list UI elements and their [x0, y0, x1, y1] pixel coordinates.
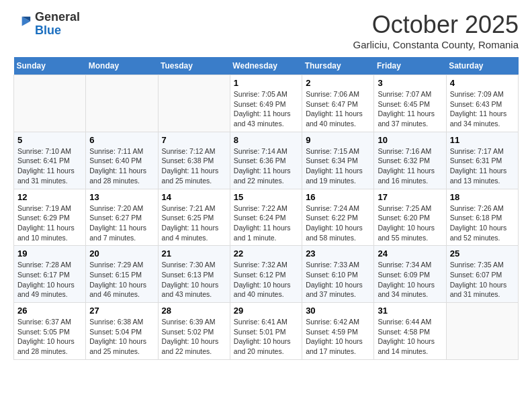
day-number: 5	[17, 135, 82, 145]
logo-text: General Blue	[35, 11, 80, 38]
day-number: 24	[378, 248, 442, 259]
calendar-cell: 19Sunrise: 7:28 AM Sunset: 6:17 PM Dayli…	[14, 246, 86, 303]
day-info: Sunrise: 7:14 AM Sunset: 6:36 PM Dayligh…	[234, 146, 298, 186]
day-number: 31	[378, 306, 442, 316]
day-number: 1	[234, 78, 298, 88]
calendar-cell: 28Sunrise: 6:39 AM Sunset: 5:02 PM Dayli…	[158, 303, 230, 360]
day-info: Sunrise: 6:44 AM Sunset: 4:58 PM Dayligh…	[378, 317, 442, 357]
calendar-week-2: 5Sunrise: 7:10 AM Sunset: 6:41 PM Daylig…	[14, 132, 519, 189]
day-info: Sunrise: 7:10 AM Sunset: 6:41 PM Dayligh…	[17, 146, 82, 186]
day-info: Sunrise: 7:22 AM Sunset: 6:24 PM Dayligh…	[234, 203, 298, 243]
calendar-cell: 18Sunrise: 7:26 AM Sunset: 6:18 PM Dayli…	[446, 189, 518, 246]
calendar-cell: 17Sunrise: 7:25 AM Sunset: 6:20 PM Dayli…	[374, 189, 446, 246]
calendar-cell: 12Sunrise: 7:19 AM Sunset: 6:29 PM Dayli…	[14, 189, 86, 246]
calendar-cell: 8Sunrise: 7:14 AM Sunset: 6:36 PM Daylig…	[230, 132, 302, 189]
day-info: Sunrise: 7:11 AM Sunset: 6:40 PM Dayligh…	[89, 146, 154, 186]
page-header: General Blue October 2025 Garliciu, Cons…	[13, 11, 519, 50]
calendar-cell: 14Sunrise: 7:21 AM Sunset: 6:25 PM Dayli…	[158, 189, 230, 246]
day-number: 29	[234, 306, 298, 316]
day-number: 7	[162, 135, 226, 145]
day-number: 4	[450, 78, 515, 88]
day-number: 30	[306, 306, 370, 316]
weekday-header-monday: Monday	[86, 57, 158, 75]
calendar-week-3: 12Sunrise: 7:19 AM Sunset: 6:29 PM Dayli…	[14, 189, 519, 246]
calendar-cell: 4Sunrise: 7:09 AM Sunset: 6:43 PM Daylig…	[446, 75, 518, 132]
day-info: Sunrise: 7:24 AM Sunset: 6:22 PM Dayligh…	[306, 203, 370, 243]
calendar-cell	[158, 75, 230, 132]
day-number: 2	[306, 78, 370, 88]
calendar-cell: 20Sunrise: 7:29 AM Sunset: 6:15 PM Dayli…	[86, 246, 158, 303]
day-info: Sunrise: 7:29 AM Sunset: 6:15 PM Dayligh…	[89, 260, 154, 300]
calendar-cell: 16Sunrise: 7:24 AM Sunset: 6:22 PM Dayli…	[302, 189, 374, 246]
day-number: 11	[450, 135, 515, 145]
calendar-cell: 29Sunrise: 6:41 AM Sunset: 5:01 PM Dayli…	[230, 303, 302, 360]
day-info: Sunrise: 7:33 AM Sunset: 6:10 PM Dayligh…	[306, 260, 370, 300]
calendar-cell: 11Sunrise: 7:17 AM Sunset: 6:31 PM Dayli…	[446, 132, 518, 189]
weekday-header-friday: Friday	[374, 57, 446, 75]
calendar-cell: 22Sunrise: 7:32 AM Sunset: 6:12 PM Dayli…	[230, 246, 302, 303]
day-info: Sunrise: 7:21 AM Sunset: 6:25 PM Dayligh…	[162, 203, 226, 243]
calendar-cell: 15Sunrise: 7:22 AM Sunset: 6:24 PM Dayli…	[230, 189, 302, 246]
month-title: October 2025	[353, 11, 519, 39]
logo-blue-text: Blue	[35, 24, 80, 38]
day-number: 16	[306, 192, 370, 202]
day-number: 14	[162, 192, 226, 202]
weekday-header-thursday: Thursday	[302, 57, 374, 75]
day-info: Sunrise: 6:38 AM Sunset: 5:04 PM Dayligh…	[89, 317, 154, 357]
day-number: 18	[450, 192, 515, 202]
location-title: Garliciu, Constanta County, Romania	[353, 39, 519, 50]
day-info: Sunrise: 7:34 AM Sunset: 6:09 PM Dayligh…	[378, 260, 442, 300]
day-number: 26	[17, 306, 82, 316]
calendar-cell: 9Sunrise: 7:15 AM Sunset: 6:34 PM Daylig…	[302, 132, 374, 189]
day-number: 20	[89, 248, 154, 259]
day-info: Sunrise: 7:30 AM Sunset: 6:13 PM Dayligh…	[162, 260, 226, 300]
day-info: Sunrise: 6:37 AM Sunset: 5:05 PM Dayligh…	[17, 317, 82, 357]
calendar-cell	[86, 75, 158, 132]
calendar-week-1: 1Sunrise: 7:05 AM Sunset: 6:49 PM Daylig…	[14, 75, 519, 132]
day-info: Sunrise: 6:42 AM Sunset: 4:59 PM Dayligh…	[306, 317, 370, 357]
day-number: 17	[378, 192, 442, 202]
day-number: 13	[89, 192, 154, 202]
day-info: Sunrise: 6:39 AM Sunset: 5:02 PM Dayligh…	[162, 317, 226, 357]
day-info: Sunrise: 7:25 AM Sunset: 6:20 PM Dayligh…	[378, 203, 442, 243]
day-number: 3	[378, 78, 442, 88]
day-number: 27	[89, 306, 154, 316]
calendar-cell: 5Sunrise: 7:10 AM Sunset: 6:41 PM Daylig…	[14, 132, 86, 189]
calendar-cell: 30Sunrise: 6:42 AM Sunset: 4:59 PM Dayli…	[302, 303, 374, 360]
day-number: 10	[378, 135, 442, 145]
calendar-cell: 26Sunrise: 6:37 AM Sunset: 5:05 PM Dayli…	[14, 303, 86, 360]
logo-general-text: General	[35, 11, 80, 24]
calendar-cell: 6Sunrise: 7:11 AM Sunset: 6:40 PM Daylig…	[86, 132, 158, 189]
weekday-header-tuesday: Tuesday	[158, 57, 230, 75]
calendar-cell: 27Sunrise: 6:38 AM Sunset: 5:04 PM Dayli…	[86, 303, 158, 360]
calendar-cell: 2Sunrise: 7:06 AM Sunset: 6:47 PM Daylig…	[302, 75, 374, 132]
day-info: Sunrise: 6:41 AM Sunset: 5:01 PM Dayligh…	[234, 317, 298, 357]
day-info: Sunrise: 7:19 AM Sunset: 6:29 PM Dayligh…	[17, 203, 82, 243]
logo: General Blue	[13, 11, 80, 38]
calendar-week-5: 26Sunrise: 6:37 AM Sunset: 5:05 PM Dayli…	[14, 303, 519, 360]
calendar-cell	[446, 303, 518, 360]
day-number: 9	[306, 135, 370, 145]
logo-icon	[13, 15, 32, 34]
calendar-table: SundayMondayTuesdayWednesdayThursdayFrid…	[13, 57, 519, 360]
day-number: 15	[234, 192, 298, 202]
day-info: Sunrise: 7:32 AM Sunset: 6:12 PM Dayligh…	[234, 260, 298, 300]
calendar-cell: 21Sunrise: 7:30 AM Sunset: 6:13 PM Dayli…	[158, 246, 230, 303]
day-number: 21	[162, 248, 226, 259]
weekday-header-saturday: Saturday	[446, 57, 518, 75]
day-info: Sunrise: 7:16 AM Sunset: 6:32 PM Dayligh…	[378, 146, 442, 186]
day-number: 25	[450, 248, 515, 259]
day-info: Sunrise: 7:26 AM Sunset: 6:18 PM Dayligh…	[450, 203, 515, 243]
calendar-cell: 1Sunrise: 7:05 AM Sunset: 6:49 PM Daylig…	[230, 75, 302, 132]
day-info: Sunrise: 7:12 AM Sunset: 6:38 PM Dayligh…	[162, 146, 226, 186]
day-info: Sunrise: 7:09 AM Sunset: 6:43 PM Dayligh…	[450, 89, 515, 129]
day-number: 6	[89, 135, 154, 145]
calendar-cell: 24Sunrise: 7:34 AM Sunset: 6:09 PM Dayli…	[374, 246, 446, 303]
day-info: Sunrise: 7:15 AM Sunset: 6:34 PM Dayligh…	[306, 146, 370, 186]
day-number: 8	[234, 135, 298, 145]
title-block: October 2025 Garliciu, Constanta County,…	[353, 11, 519, 50]
day-info: Sunrise: 7:20 AM Sunset: 6:27 PM Dayligh…	[89, 203, 154, 243]
calendar-cell: 13Sunrise: 7:20 AM Sunset: 6:27 PM Dayli…	[86, 189, 158, 246]
weekday-header-wednesday: Wednesday	[230, 57, 302, 75]
calendar-cell: 23Sunrise: 7:33 AM Sunset: 6:10 PM Dayli…	[302, 246, 374, 303]
